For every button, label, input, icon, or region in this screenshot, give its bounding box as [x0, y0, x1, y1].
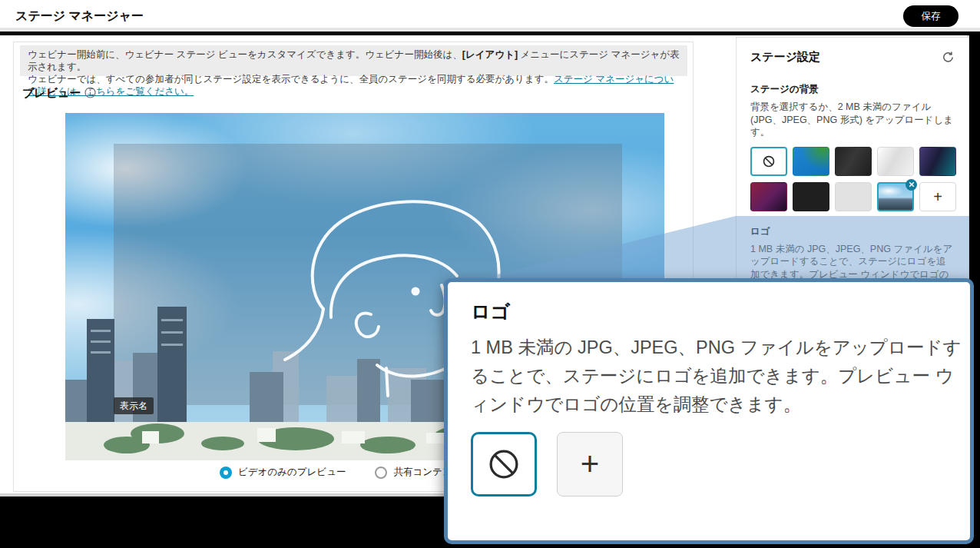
bg-thumb-city-photo-selected[interactable]	[877, 182, 914, 211]
preview-heading: プレビュー	[22, 86, 81, 101]
save-button[interactable]: 保存	[903, 5, 958, 27]
bg-thumb-black[interactable]	[793, 182, 829, 211]
bg-thumb-upload-button[interactable]: +	[919, 182, 956, 211]
no-logo-icon	[486, 447, 521, 482]
bg-thumb-purple-teal-gradient[interactable]	[919, 147, 956, 176]
app-header: ステージ マネージャー 保存	[0, 0, 980, 32]
banner-layout-menu-bold: [レイアウト]	[462, 49, 518, 60]
sidebar-title: ステージ設定	[750, 50, 820, 65]
plus-icon: +	[581, 448, 600, 480]
radio-selected-icon[interactable]	[220, 467, 232, 479]
bg-thumb-blue-green-gradient[interactable]	[793, 147, 829, 176]
popup-logo-description: 1 MB 未満の JPG、JPEG、PNG ファイルをアップロードすることで、ス…	[471, 334, 962, 419]
logo-heading: ロゴ	[750, 225, 955, 238]
stage-background-description: 背景を選択するか、2 MB 未満のファイル (JPG、JPEG、PNG 形式) …	[750, 101, 955, 139]
popup-logo-buttons: +	[471, 432, 947, 497]
bg-thumb-light-wave[interactable]	[877, 147, 914, 176]
popup-logo-upload-button[interactable]: +	[557, 432, 623, 497]
radio-unselected-icon[interactable]	[375, 467, 387, 479]
plus-icon: +	[933, 189, 942, 204]
page-title: ステージ マネージャー	[15, 8, 144, 25]
popup-logo-heading: ロゴ	[471, 299, 947, 324]
bg-thumb-light-gray[interactable]	[835, 182, 872, 211]
stage-background-heading: ステージの背景	[750, 83, 955, 96]
display-name-badge: 表示名	[114, 397, 154, 414]
bg-thumb-dark-wave[interactable]	[835, 147, 872, 176]
bg-thumb-none[interactable]	[750, 147, 787, 176]
no-background-icon	[762, 154, 776, 168]
bg-thumb-red-purple-gradient[interactable]	[750, 182, 787, 211]
info-banner: ウェビナー開始前に、ウェビナー ステージ ビューをカスタマイズできます。ウェビナ…	[20, 45, 687, 76]
logo-magnified-callout: ロゴ 1 MB 未満の JPG、JPEG、PNG ファイルをアップロードすること…	[444, 278, 974, 544]
banner-line2-text: ウェビナーでは、すべての参加者が同じステージ設定を表示できるように、全員のステー…	[28, 74, 554, 85]
refresh-icon[interactable]	[941, 51, 955, 65]
radio-video-only-preview[interactable]: ビデオのみのプレビュー	[220, 466, 346, 479]
stage-manager-screen: ステージ マネージャー 保存 ウェビナー開始前に、ウェビナー ステージ ビューを…	[0, 0, 980, 548]
info-icon[interactable]	[84, 87, 96, 98]
banner-line1-text: ウェビナー開始前に、ウェビナー ステージ ビューをカスタマイズできます。ウェビナ…	[28, 49, 462, 60]
background-thumbnails: +	[750, 147, 955, 211]
popup-logo-none-button[interactable]	[471, 432, 537, 497]
radio-video-only-label: ビデオのみのプレビュー	[238, 466, 346, 479]
remove-background-icon[interactable]	[906, 179, 917, 191]
